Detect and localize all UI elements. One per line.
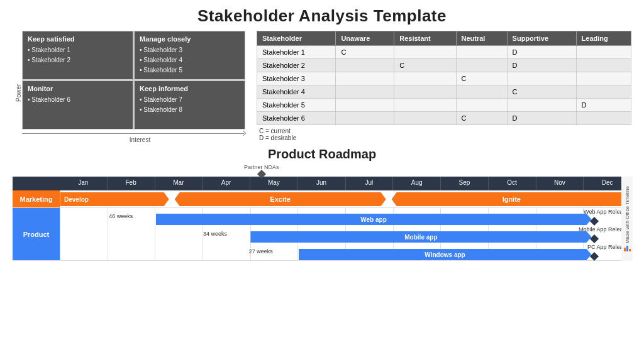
col-header-stakeholder: Stakeholder [257,31,336,46]
page: Stakeholder Analysis Template Power Keep… [0,0,644,362]
quad-item: Stakeholder 7 [140,95,240,105]
stakeholder-table: Stakeholder Unaware Resistant Neutral Su… [257,31,631,125]
table-cell: Stakeholder 5 [257,99,336,112]
windowsapp-row: PC App Release 27 weeks Windows app [60,244,631,261]
webapp-release-diamond [589,217,598,226]
table-cell [576,46,631,59]
table-cell [456,99,507,112]
table-cell [456,46,507,59]
table-cell [576,59,631,72]
windowsapp-release-diamond [589,252,598,261]
month-header-row: Jan Feb Mar Apr May Jun Jul Aug Sep Oct … [13,177,631,190]
x-axis-label: Interest [22,136,245,143]
col-header-leading: Leading [576,31,631,46]
windowsapp-bar: Windows app [299,249,592,260]
month-jul: Jul [346,177,394,190]
table-cell: D [507,46,576,59]
table-cell: C [507,85,576,99]
office-timeline-icon [624,246,631,251]
table-cell: C [336,46,394,59]
quad-item: Stakeholder 6 [28,95,128,105]
col-header-supportive: Supportive [507,31,576,46]
office-timeline-text: Made with Office Timeline [625,186,630,243]
table-cell [336,72,394,85]
office-timeline-badge: Made with Office Timeline [621,177,633,261]
product-label: Product [13,208,60,260]
partner-ndas-area: Partner NDAs [13,164,631,177]
legend-desirable: D = desirable [259,134,631,141]
marketing-content: Develop Excite Ignite [60,190,631,207]
page-title: Stakeholder Analysis Template [13,6,631,26]
month-oct: Oct [489,177,536,190]
table-cell: Stakeholder 4 [257,85,336,99]
product-row: Product Web App Release 46 weeks [13,208,631,261]
table-cell [394,85,456,99]
mobileapp-weeks: 34 weeks [203,231,227,237]
quad-keep-satisfied-title: Keep satisfied [28,35,128,43]
table-cell [394,99,456,112]
quad-monitor: Monitor Stakeholder 6 [23,81,133,129]
month-mar: Mar [155,177,203,190]
webapp-row: Web App Release 46 weeks Web app [60,209,631,226]
table-cell [336,85,394,99]
bar-excite: Excite [175,192,386,206]
marketing-bars: Develop Excite Ignite [60,192,631,206]
table-cell [336,99,394,112]
roadmap-section: Product Roadmap Partner NDAs Jan Feb Mar… [13,147,631,356]
table-cell [394,112,456,125]
quad-monitor-title: Monitor [28,85,128,92]
table-cell [507,99,576,112]
legend-current: C = current [259,128,631,134]
marketing-row: Marketing Develop Excite Ignite [13,190,631,208]
col-header-unaware: Unaware [336,31,394,46]
quad-keep-informed: Keep informed Stakeholder 7 Stakeholder … [135,81,245,129]
table-cell [456,59,507,72]
table-cell: Stakeholder 1 [257,46,336,59]
quad-item: Stakeholder 1 [28,45,128,55]
windowsapp-weeks: 27 weeks [249,248,273,255]
table-cell [336,59,394,72]
table-cell: C [394,59,456,72]
table-cell: D [576,99,631,112]
quad-item: Stakeholder 3 [140,45,240,55]
table-cell [576,112,631,125]
month-header-spacer [13,177,60,190]
stakeholder-table-wrapper: Stakeholder Unaware Resistant Neutral Su… [257,31,631,143]
table-cell: Stakeholder 6 [257,112,336,125]
quad-item: Stakeholder 5 [140,65,240,75]
table-cell [394,72,456,85]
table-cell [576,72,631,85]
quad-item: Stakeholder 8 [140,105,240,115]
month-feb: Feb [108,177,155,190]
bar-ignite: Ignite [392,192,631,206]
marketing-label: Marketing [13,190,60,207]
table-legend: C = current D = desirable [259,128,631,141]
roadmap-title: Product Roadmap [13,147,631,162]
mobileapp-row: Mobile App Release 34 weeks Mobile app [60,227,631,243]
table-cell: Stakeholder 3 [257,72,336,85]
mobileapp-release-diamond [589,234,598,243]
quad-item: Stakeholder 2 [28,55,128,65]
product-content: Web App Release 46 weeks Web app Mobile … [60,208,631,260]
quad-keep-informed-title: Keep informed [140,85,240,92]
table-cell [507,72,576,85]
webapp-weeks: 46 weeks [109,213,133,219]
top-section: Power Keep satisfied Stakeholder 1 Stake… [13,31,631,143]
col-header-resistant: Resistant [394,31,456,46]
quad-item: Stakeholder 4 [140,55,240,65]
quad-manage-closely: Manage closely Stakeholder 3 Stakeholder… [135,31,245,79]
table-cell [576,85,631,99]
month-nov: Nov [536,177,584,190]
table-cell: D [507,59,576,72]
table-cell: C [456,72,507,85]
bar-develop: Develop [60,192,169,206]
table-cell [336,112,394,125]
table-cell: Stakeholder 2 [257,59,336,72]
quad-keep-satisfied: Keep satisfied Stakeholder 1 Stakeholder… [23,31,133,79]
month-apr: Apr [203,177,250,190]
table-cell: D [507,112,576,125]
table-cell: C [456,112,507,125]
col-header-neutral: Neutral [456,31,507,46]
roadmap-outer: Partner NDAs Jan Feb Mar Apr May Jun Jul… [13,164,631,261]
quadrant-matrix: Power Keep satisfied Stakeholder 1 Stake… [13,31,245,143]
